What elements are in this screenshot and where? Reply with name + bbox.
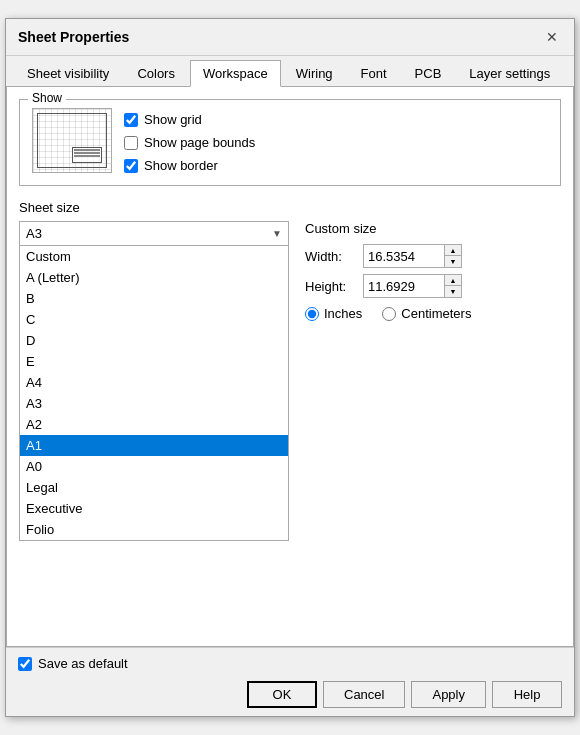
sheet-preview bbox=[32, 108, 112, 173]
show-group: Show bbox=[19, 99, 561, 186]
dialog-title: Sheet Properties bbox=[18, 29, 129, 45]
height-spinner: ▲ ▼ bbox=[363, 274, 462, 298]
dropdown-arrow-icon: ▼ bbox=[272, 228, 282, 239]
show-border-checkbox[interactable] bbox=[124, 159, 138, 173]
width-label: Width: bbox=[305, 249, 355, 264]
option-a4[interactable]: A4 bbox=[20, 372, 288, 393]
option-executive[interactable]: Executive bbox=[20, 498, 288, 519]
custom-size-title: Custom size bbox=[305, 221, 561, 236]
width-spinner-buttons: ▲ ▼ bbox=[444, 245, 461, 267]
tab-layer-settings[interactable]: Layer settings bbox=[456, 60, 563, 86]
bottom-bar: Save as default OK Cancel Apply Help bbox=[6, 647, 574, 716]
sheet-size-selected-value: A3 bbox=[26, 226, 42, 241]
height-decrement-button[interactable]: ▼ bbox=[445, 286, 461, 297]
show-border-label[interactable]: Show border bbox=[144, 158, 218, 173]
option-a2[interactable]: A2 bbox=[20, 414, 288, 435]
tab-colors[interactable]: Colors bbox=[124, 60, 188, 86]
width-spinner: ▲ ▼ bbox=[363, 244, 462, 268]
option-a0[interactable]: A0 bbox=[20, 456, 288, 477]
option-e[interactable]: E bbox=[20, 351, 288, 372]
apply-button[interactable]: Apply bbox=[411, 681, 486, 708]
width-decrement-button[interactable]: ▼ bbox=[445, 256, 461, 267]
tab-wiring[interactable]: Wiring bbox=[283, 60, 346, 86]
height-spinner-buttons: ▲ ▼ bbox=[444, 275, 461, 297]
centimeters-radio-item: Centimeters bbox=[382, 306, 471, 321]
size-row: A3 ▼ Custom A (Letter) B C D E A4 A3 A2 … bbox=[19, 221, 561, 321]
option-custom[interactable]: Custom bbox=[20, 246, 288, 267]
cancel-button[interactable]: Cancel bbox=[323, 681, 405, 708]
option-d[interactable]: D bbox=[20, 330, 288, 351]
preview-title-block bbox=[72, 147, 102, 163]
close-button[interactable]: ✕ bbox=[542, 27, 562, 47]
inches-radio-item: Inches bbox=[305, 306, 362, 321]
dialog-buttons-row: OK Cancel Apply Help bbox=[18, 681, 562, 708]
height-label: Height: bbox=[305, 279, 355, 294]
show-page-bounds-checkbox[interactable] bbox=[124, 136, 138, 150]
option-folio[interactable]: Folio bbox=[20, 519, 288, 540]
show-group-label: Show bbox=[28, 91, 66, 105]
option-b[interactable]: B bbox=[20, 288, 288, 309]
tab-workspace[interactable]: Workspace bbox=[190, 60, 281, 87]
ok-button[interactable]: OK bbox=[247, 681, 317, 708]
custom-size-box: Custom size Width: ▲ ▼ Height: bbox=[305, 221, 561, 321]
option-a1[interactable]: A1 bbox=[20, 435, 288, 456]
workspace-tab-content: Show bbox=[6, 87, 574, 647]
height-increment-button[interactable]: ▲ bbox=[445, 275, 461, 286]
height-input[interactable] bbox=[364, 275, 444, 297]
tab-pcb[interactable]: PCB bbox=[402, 60, 455, 86]
tab-font[interactable]: Font bbox=[348, 60, 400, 86]
save-default-checkbox[interactable] bbox=[18, 657, 32, 671]
save-default-label[interactable]: Save as default bbox=[38, 656, 128, 671]
width-row: Width: ▲ ▼ bbox=[305, 244, 561, 268]
centimeters-label[interactable]: Centimeters bbox=[401, 306, 471, 321]
height-row: Height: ▲ ▼ bbox=[305, 274, 561, 298]
sheet-properties-dialog: Sheet Properties ✕ Sheet visibility Colo… bbox=[5, 18, 575, 717]
sheet-size-section: Sheet size A3 ▼ Custom A (Letter) B C D … bbox=[19, 200, 561, 321]
title-bar: Sheet Properties ✕ bbox=[6, 19, 574, 56]
option-c[interactable]: C bbox=[20, 309, 288, 330]
sheet-size-dropdown-list: Custom A (Letter) B C D E A4 A3 A2 A1 A0… bbox=[19, 246, 289, 541]
show-grid-row: Show grid bbox=[124, 112, 255, 127]
sheet-size-dropdown-wrapper: A3 ▼ Custom A (Letter) B C D E A4 A3 A2 … bbox=[19, 221, 289, 246]
width-input[interactable] bbox=[364, 245, 444, 267]
show-border-row: Show border bbox=[124, 158, 255, 173]
tab-sheet-visibility[interactable]: Sheet visibility bbox=[14, 60, 122, 86]
preview-title-lines bbox=[73, 148, 101, 159]
show-checkboxes: Show grid Show page bounds Show border bbox=[124, 108, 255, 173]
tab-bar: Sheet visibility Colors Workspace Wiring… bbox=[6, 56, 574, 87]
option-legal[interactable]: Legal bbox=[20, 477, 288, 498]
centimeters-radio[interactable] bbox=[382, 307, 396, 321]
sheet-size-label: Sheet size bbox=[19, 200, 561, 215]
show-section: Show grid Show page bounds Show border bbox=[32, 108, 548, 173]
show-grid-label[interactable]: Show grid bbox=[144, 112, 202, 127]
inches-label[interactable]: Inches bbox=[324, 306, 362, 321]
width-increment-button[interactable]: ▲ bbox=[445, 245, 461, 256]
show-page-bounds-row: Show page bounds bbox=[124, 135, 255, 150]
units-radio-row: Inches Centimeters bbox=[305, 306, 561, 321]
sheet-size-dropdown-trigger[interactable]: A3 ▼ bbox=[19, 221, 289, 246]
option-a-letter[interactable]: A (Letter) bbox=[20, 267, 288, 288]
save-default-row: Save as default bbox=[18, 656, 562, 671]
help-button[interactable]: Help bbox=[492, 681, 562, 708]
inches-radio[interactable] bbox=[305, 307, 319, 321]
option-a3[interactable]: A3 bbox=[20, 393, 288, 414]
preview-border bbox=[37, 113, 107, 168]
show-page-bounds-label[interactable]: Show page bounds bbox=[144, 135, 255, 150]
show-grid-checkbox[interactable] bbox=[124, 113, 138, 127]
